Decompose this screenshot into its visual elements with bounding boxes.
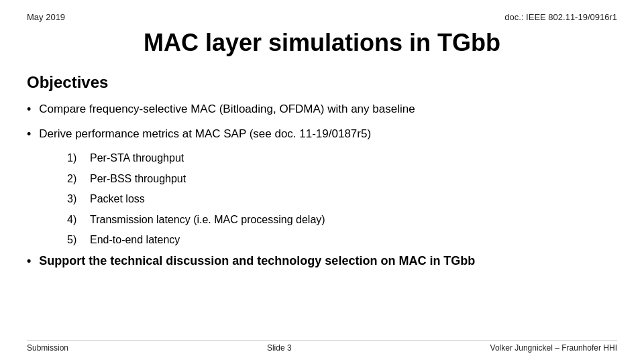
footer-author: Volker Jungnickel – Fraunhofer HHI: [490, 343, 617, 353]
sub-text-5: End-to-end latency: [90, 233, 180, 247]
sub-number-5: 5): [67, 233, 83, 247]
header-date: May 2019: [27, 12, 65, 22]
bullet-text-2: Derive performance metrics at MAC SAP (s…: [39, 126, 371, 142]
bullet-text-1: Compare frequency-selective MAC (Bitload…: [39, 101, 415, 117]
section-heading: Objectives: [27, 73, 617, 92]
bullet-item-2: • Derive performance metrics at MAC SAP …: [27, 126, 617, 143]
sub-text-3: Packet loss: [90, 192, 145, 206]
bullet-text-3: Support the technical discussion and tec…: [39, 253, 475, 269]
sub-list: 1) Per-STA throughput 2) Per-BSS through…: [67, 151, 617, 247]
sub-item-1: 1) Per-STA throughput: [67, 151, 617, 166]
sub-text-2: Per-BSS throughput: [90, 172, 186, 186]
bullet-dot-1: •: [27, 101, 31, 118]
sub-number-2: 2): [67, 172, 83, 186]
slide: May 2019 doc.: IEEE 802.11-19/0916r1 MAC…: [0, 0, 644, 362]
bullet-dot-3: •: [27, 253, 31, 269]
sub-item-3: 3) Packet loss: [67, 192, 617, 206]
sub-item-2: 2) Per-BSS throughput: [67, 172, 617, 186]
footer-submission: Submission: [27, 343, 68, 353]
bullet-dot-2: •: [27, 126, 31, 143]
bullet-item-1: • Compare frequency-selective MAC (Bitlo…: [27, 101, 617, 118]
header-doc: doc.: IEEE 802.11-19/0916r1: [504, 12, 617, 22]
header-bar: May 2019 doc.: IEEE 802.11-19/0916r1: [27, 12, 617, 22]
sub-number-1: 1): [67, 151, 83, 166]
sub-number-4: 4): [67, 213, 83, 227]
sub-text-4: Transmission latency (i.e. MAC processin…: [90, 213, 325, 227]
slide-title: MAC layer simulations in TGbb: [27, 29, 617, 57]
sub-item-5: 5) End-to-end latency: [67, 233, 617, 247]
sub-number-3: 3): [67, 192, 83, 206]
footer-bar: Submission Slide 3 Volker Jungnickel – F…: [27, 340, 617, 353]
footer-slide-number: Slide 3: [267, 343, 292, 353]
bullet-item-3: • Support the technical discussion and t…: [27, 253, 617, 269]
sub-item-4: 4) Transmission latency (i.e. MAC proces…: [67, 213, 617, 227]
sub-text-1: Per-STA throughput: [90, 151, 184, 166]
